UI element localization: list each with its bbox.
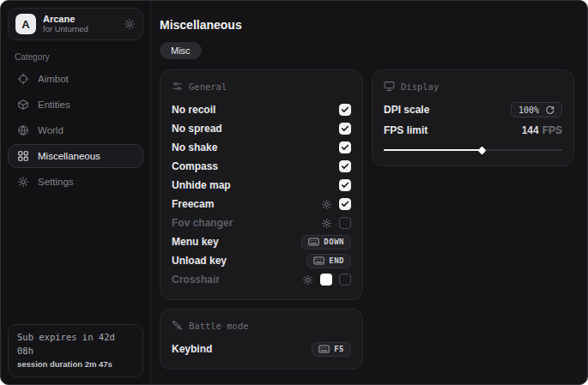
setting-row-crosshair: Crosshair xyxy=(172,270,351,289)
general-card: General No recoil No spread xyxy=(160,69,363,300)
sidebar-item-settings[interactable]: Settings xyxy=(8,170,143,194)
sidebar-item-label: Settings xyxy=(38,177,74,187)
monitor-icon xyxy=(384,81,395,92)
checkbox[interactable] xyxy=(339,123,351,135)
subscription-card: Sub expires in 42d 08h session duration … xyxy=(8,324,143,377)
setting-label: Unload key xyxy=(172,255,227,267)
keybind-button[interactable]: END xyxy=(306,254,351,268)
app-subtitle: for Unturned xyxy=(43,25,117,34)
keybind-value: DOWN xyxy=(324,238,344,246)
checkbox[interactable] xyxy=(339,217,351,229)
sidebar: A Arcane for Unturned Category xyxy=(1,1,151,384)
box-icon xyxy=(17,99,29,111)
checkbox[interactable] xyxy=(339,198,351,210)
checkbox[interactable] xyxy=(339,179,351,191)
refresh-icon xyxy=(545,105,555,115)
gear-icon[interactable] xyxy=(321,218,332,229)
setting-row-unload-key: Unload key END xyxy=(172,251,351,270)
display-card: Display DPI scale 100% xyxy=(372,69,574,166)
setting-label: No recoil xyxy=(172,104,215,116)
keyboard-icon xyxy=(308,238,319,246)
keyboard-icon xyxy=(318,345,330,353)
crosshair-icon xyxy=(17,73,29,85)
sliders-icon xyxy=(172,81,183,92)
setting-label: No spread xyxy=(172,123,222,135)
session-duration-text: session duration 2m 47s xyxy=(17,358,134,370)
gear-icon[interactable] xyxy=(302,274,313,286)
setting-label: Freecam xyxy=(172,198,214,210)
setting-row-menu-key: Menu key DOWN xyxy=(172,232,351,251)
sidebar-item-label: Aimbot xyxy=(38,74,69,84)
setting-row-no-spread: No spread xyxy=(172,119,351,138)
sidebar-item-aimbot[interactable]: Aimbot xyxy=(8,67,143,91)
setting-label: Menu key xyxy=(172,236,219,248)
category-label: Category xyxy=(15,52,136,62)
fps-slider[interactable] xyxy=(384,145,562,155)
setting-row-keybind: Keybind F5 xyxy=(172,340,351,358)
checkbox[interactable] xyxy=(339,160,351,172)
app-meta: Arcane for Unturned xyxy=(43,14,117,34)
dpi-value: 100% xyxy=(518,105,539,115)
setting-row-fov-changer: Fov changer xyxy=(172,214,351,232)
card-title: Battle mode xyxy=(189,321,249,331)
setting-row-dpi-scale: DPI scale 100% xyxy=(384,100,562,119)
dpi-scale-button[interactable]: 100% xyxy=(511,102,562,117)
setting-label: No shake xyxy=(172,141,217,153)
fps-number: 144 xyxy=(522,124,539,136)
swords-icon xyxy=(172,320,183,331)
checkbox[interactable] xyxy=(339,274,351,286)
keybind-button[interactable]: F5 xyxy=(312,342,351,357)
app-name: Arcane xyxy=(43,14,117,25)
setting-row-compass: Compass xyxy=(172,157,351,176)
sidebar-item-miscellaneous[interactable]: Miscellaneous xyxy=(8,144,143,168)
battle-mode-card: Battle mode Keybind F5 xyxy=(160,309,363,370)
fps-value: 144FPS xyxy=(522,124,562,136)
setting-label: Fov changer xyxy=(172,217,233,229)
main-content: Miscellaneous Misc General xyxy=(151,1,587,384)
page-title: Miscellaneous xyxy=(160,18,574,32)
color-swatch[interactable] xyxy=(320,274,332,286)
fps-unit: FPS xyxy=(543,124,562,136)
sidebar-item-entities[interactable]: Entities xyxy=(8,93,143,117)
gear-icon xyxy=(17,176,29,188)
grid-icon xyxy=(17,150,29,162)
setting-row-fps-limit: FPS limit 144FPS xyxy=(384,121,562,140)
keyboard-icon xyxy=(313,256,324,265)
gear-icon[interactable] xyxy=(124,18,136,30)
sidebar-item-label: Entities xyxy=(38,99,70,110)
card-title: General xyxy=(189,81,227,92)
keybind-button[interactable]: DOWN xyxy=(301,235,351,250)
setting-row-no-shake: No shake xyxy=(172,138,351,157)
setting-row-freecam: Freecam xyxy=(172,195,351,214)
tab-misc[interactable]: Misc xyxy=(160,42,202,59)
checkbox[interactable] xyxy=(339,104,351,116)
sub-expiry-text: Sub expires in 42d 08h xyxy=(17,331,134,358)
setting-row-unhide-map: Unhide map xyxy=(172,176,351,195)
setting-row-no-recoil: No recoil xyxy=(172,100,351,119)
setting-label: DPI scale xyxy=(384,104,429,116)
gear-icon[interactable] xyxy=(321,199,332,210)
keybind-value: F5 xyxy=(334,345,344,353)
sidebar-item-world[interactable]: World xyxy=(8,118,143,142)
card-title: Display xyxy=(401,81,439,92)
globe-icon xyxy=(17,124,29,136)
app-header-card: A Arcane for Unturned xyxy=(8,8,143,40)
keybind-value: END xyxy=(329,256,344,265)
setting-label: FPS limit xyxy=(384,124,427,136)
avatar: A xyxy=(15,14,36,34)
setting-label: Compass xyxy=(172,160,218,172)
setting-label: Unhide map xyxy=(172,179,231,191)
checkbox[interactable] xyxy=(339,141,351,153)
sidebar-item-label: Miscellaneous xyxy=(38,151,100,161)
app-window: A Arcane for Unturned Category xyxy=(0,0,588,385)
setting-label: Crosshair xyxy=(172,274,220,286)
setting-label: Keybind xyxy=(172,343,212,355)
sidebar-item-label: World xyxy=(38,125,64,135)
slider-fill xyxy=(384,149,482,151)
slider-thumb[interactable] xyxy=(478,146,487,154)
sidebar-nav: Aimbot Entities World xyxy=(8,67,143,194)
